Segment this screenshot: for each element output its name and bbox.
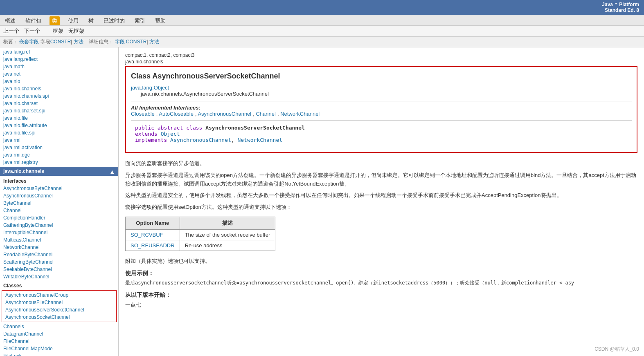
additional-options: 附加（具体实施）选项也可以支持。 <box>125 257 637 265</box>
platform-title: Java™ Platform Standard Ed. 8 <box>602 2 639 13</box>
desc-para2: 异步服务器套接字通道是通过调用该类的open方法创建。一个新创建的异步服务器套接… <box>125 171 637 188</box>
sidebar-item-java-lang-reflect[interactable]: java.lang.reflect <box>0 56 118 63</box>
sidebar-item-NetworkChannel[interactable]: NetworkChannel <box>0 244 118 251</box>
usage-title: 使用示例： <box>125 270 637 277</box>
tab-tree[interactable]: 树 <box>87 16 95 25</box>
interface-asyncchannel[interactable]: AsynchronousChannel <box>198 111 251 117</box>
sig-asyncchannel-link[interactable]: AsynchronousChannel <box>170 137 231 143</box>
sidebar-classes-selected-group: AsynchronousChannelGroup AsynchronousFil… <box>2 290 117 322</box>
sidebar-item-AsyncChannelGroup[interactable]: AsynchronousChannelGroup <box>2 291 116 299</box>
sidebar-item-CompletionHandler[interactable]: CompletionHandler <box>0 214 118 222</box>
sidebar-item-FileChannel[interactable]: FileChannel <box>0 338 118 345</box>
sidebar-item-InterruptibleChannel[interactable]: InterruptibleChannel <box>0 229 118 236</box>
sidebar-item-ReadableByteChannel[interactable]: ReadableByteChannel <box>0 251 118 258</box>
sidebar-item-Channels[interactable]: Channels <box>0 323 118 330</box>
so-reuseaddr-desc: Re-use address <box>180 240 275 251</box>
sidebar-item-java-nio-channels-spi[interactable]: java.nio.channels.spi <box>0 92 118 100</box>
sidebar-item-AsyncServerSocketChannel[interactable]: AsynchronousServerSocketChannel <box>2 306 116 313</box>
prev-link[interactable]: 上一个 <box>3 27 19 35</box>
breadcrumb-constr[interactable]: CONSTR <box>50 39 71 45</box>
sig-object-link[interactable]: Object <box>161 131 180 137</box>
breadcrumb-nested[interactable]: 嵌套字段 <box>19 39 39 45</box>
sidebar: java.lang.ref java.lang.reflect java.mat… <box>0 47 119 356</box>
desc-para3: 这种类型的通道是安全的，使用多个开发线程，虽然在大多数一个接受操作可以在任何时间… <box>125 191 637 200</box>
tab-index[interactable]: 索引 <box>133 16 147 25</box>
interface-links: Closeable, AutoCloseable, AsynchronousCh… <box>131 111 632 117</box>
nav-tabs: 概述 软件包 类 使用 树 已过时的 索引 帮助 <box>0 15 644 26</box>
class-header-box: Class AsynchronousServerSocketChannel ja… <box>125 66 637 153</box>
breadcrumb-summary: 概要： <box>3 39 18 45</box>
breadcrumb-field[interactable]: 字段 <box>115 39 125 45</box>
table-row: SO_RCVBUF The size of the socket receive… <box>126 229 275 240</box>
frame-link[interactable]: 框架 <box>53 27 63 35</box>
sidebar-item-AsyncByteChannel[interactable]: AsynchronousByteChannel <box>0 185 118 192</box>
sidebar-item-java-rmi-activation[interactable]: java.rmi.activation <box>0 144 118 151</box>
sidebar-item-java-nio[interactable]: java.nio <box>0 78 118 85</box>
sidebar-item-java-net[interactable]: java.net <box>0 70 118 78</box>
sidebar-item-java-nio-charset-spi[interactable]: java.nio.charset.spi <box>0 107 118 114</box>
tab-overview[interactable]: 概述 <box>3 16 17 25</box>
sidebar-item-FileChannelMapMode[interactable]: FileChannel.MapMode <box>0 345 118 352</box>
no-frame-link[interactable]: 无框架 <box>68 27 84 35</box>
desc-para1: 面向流的监听套接字的异步信道。 <box>125 159 637 168</box>
sidebar-item-java-rmi[interactable]: java.rmi <box>0 137 118 144</box>
sidebar-item-java-rmi-registry[interactable]: java.rmi.registry <box>0 159 118 166</box>
sidebar-item-GatheringByteChannel[interactable]: GatheringByteChannel <box>0 222 118 229</box>
interface-channel[interactable]: Channel <box>256 111 275 117</box>
sidebar-item-java-nio-channels[interactable]: java.nio.channels <box>0 85 118 92</box>
sidebar-item-java-rmi-dgc[interactable]: java.rmi.dgc <box>0 151 118 159</box>
next-link[interactable]: 下一个 <box>24 27 40 35</box>
sidebar-classes-label: Classes <box>0 280 118 289</box>
desc-para4: 套接字选项的配置使用setOption方法。这种类型的通道支持以下选项： <box>125 203 637 212</box>
sidebar-item-java-nio-file[interactable]: java.nio.file <box>0 114 118 122</box>
main-layout: java.lang.ref java.lang.reflect java.mat… <box>0 47 644 356</box>
top-bar: Java™ Platform Standard Ed. 8 <box>0 0 644 15</box>
so-reuseaddr-link[interactable]: SO_REUSEADDR <box>131 242 175 249</box>
sidebar-collapse-icon[interactable]: ▲ <box>109 168 115 175</box>
sidebar-item-WritableByteChannel[interactable]: WritableByteChannel <box>0 273 118 280</box>
sidebar-item-FileLock[interactable]: FileLock <box>0 352 118 356</box>
sidebar-item-MulticastChannel[interactable]: MulticastChannel <box>0 236 118 244</box>
sidebar-item-java-math[interactable]: java.math <box>0 63 118 70</box>
interface-closeable[interactable]: Closeable <box>131 111 155 117</box>
sidebar-item-SeekableByteChannel[interactable]: SeekableByteChannel <box>0 266 118 273</box>
sidebar-item-ScatteringByteChannel[interactable]: ScatteringByteChannel <box>0 258 118 266</box>
interface-networkchannel[interactable]: NetworkChannel <box>280 111 320 117</box>
sidebar-item-java-nio-charset[interactable]: java.nio.charset <box>0 100 118 107</box>
sig-networkchannel-link[interactable]: NetworkChannel <box>237 137 282 143</box>
sidebar-item-java-nio-file-spi[interactable]: java.nio.file.spi <box>0 129 118 137</box>
breadcrumb-method2[interactable]: 方法 <box>149 39 159 45</box>
class-title: Class AsynchronousServerSocketChannel <box>131 72 632 81</box>
sidebar-item-ByteChannel[interactable]: ByteChannel <box>0 199 118 207</box>
sidebar-item-Channel[interactable]: Channel <box>0 207 118 214</box>
table-row: SO_REUSEADDR Re-use address <box>126 240 275 251</box>
sidebar-active-package: java.nio.channels ▲ <box>0 167 118 176</box>
sidebar-item-AsyncChannel[interactable]: AsynchronousChannel <box>0 192 118 199</box>
option-col-name: Option Name <box>126 217 180 229</box>
tab-deprecated[interactable]: 已过时的 <box>102 16 126 25</box>
breadcrumb-constr2[interactable]: CONSTR <box>126 39 147 45</box>
so-rcvbuf-link[interactable]: SO_RCVBUF <box>131 232 163 238</box>
tab-package[interactable]: 软件包 <box>24 16 43 25</box>
breadcrumb-method[interactable]: 方法 <box>74 39 83 45</box>
hierarchy-child: java.nio.channels.AsynchronousServerSock… <box>131 91 269 97</box>
sidebar-item-AsyncFileChannel[interactable]: AsynchronousFileChannel <box>2 299 116 306</box>
sidebar-interfaces-label: Interfaces <box>0 176 118 185</box>
interface-autocloseable[interactable]: AutoCloseable <box>159 111 194 117</box>
sidebar-item-AsyncSocketChannel[interactable]: AsynchronousSocketChannel <box>2 313 116 321</box>
tab-help[interactable]: 帮助 <box>153 16 167 25</box>
sidebar-item-java-nio-file-attribute[interactable]: java.nio.file.attribute <box>0 122 118 129</box>
all-interfaces-label: All Implemented Interfaces: <box>131 105 200 111</box>
option-col-desc: 描述 <box>180 217 275 229</box>
sidebar-item-DatagramChannel[interactable]: DatagramChannel <box>0 330 118 338</box>
hierarchy-root-link[interactable]: java.lang.Object <box>131 85 169 91</box>
option-table: Option Name 描述 SO_RCVBUF The size of the… <box>125 217 275 251</box>
csdn-footer: CSDN @稻草人_0.0 <box>594 346 639 353</box>
tab-class[interactable]: 类 <box>50 16 60 25</box>
since-title: 从以下版本开始： <box>125 291 637 299</box>
tab-use[interactable]: 使用 <box>66 16 80 25</box>
sidebar-item-java-lang-ref[interactable]: java.lang.ref <box>0 48 118 56</box>
breadcrumb-nav: 概要： 嵌套字段 字段CONSTR| 方法 详细信息： 字段 CONSTR| 方… <box>0 37 644 47</box>
class-sig: public abstract class AsynchronousServer… <box>131 120 632 147</box>
class-hierarchy: java.lang.Object java.nio.channels.Async… <box>131 85 632 97</box>
